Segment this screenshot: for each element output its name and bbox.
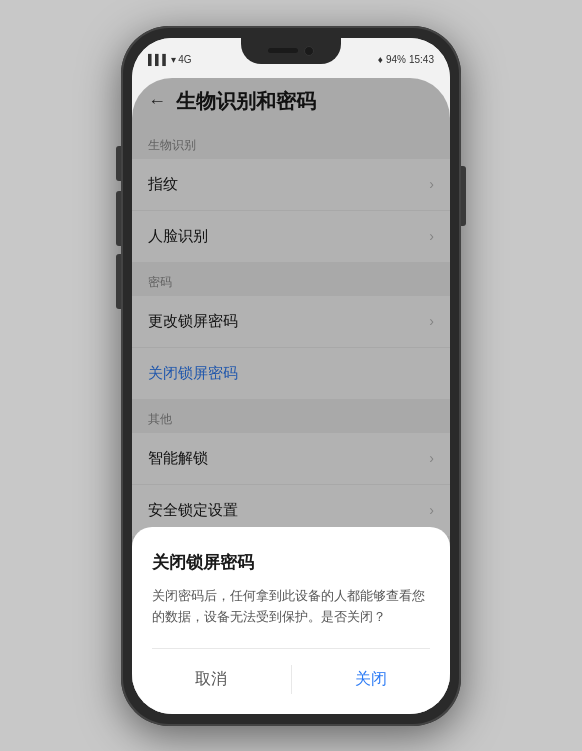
confirm-button[interactable]: 关闭 (312, 665, 431, 694)
dialog-box: 关闭锁屏密码 关闭密码后，任何拿到此设备的人都能够查看您的数据，设备无法受到保护… (132, 527, 450, 714)
status-right: ♦ 94% 15:43 (378, 54, 434, 65)
network-type: 4G (178, 54, 191, 65)
battery-level: 94% (386, 54, 406, 65)
mute-button[interactable] (116, 146, 121, 181)
wifi-icon: ▾ (171, 54, 176, 65)
battery-icon: ♦ (378, 54, 383, 65)
phone-screen: ▌▌▌ ▾ 4G ♦ 94% 15:43 ← 生物识别和密码 生物识别 (132, 38, 450, 714)
button-divider (291, 665, 292, 694)
power-button[interactable] (461, 166, 466, 226)
volume-down-button[interactable] (116, 254, 121, 309)
status-left: ▌▌▌ ▾ 4G (148, 54, 192, 65)
notch (241, 38, 341, 64)
camera (304, 46, 314, 56)
cancel-button[interactable]: 取消 (152, 665, 271, 694)
phone-frame: ▌▌▌ ▾ 4G ♦ 94% 15:43 ← 生物识别和密码 生物识别 (121, 26, 461, 726)
status-bar: ▌▌▌ ▾ 4G ♦ 94% 15:43 (132, 38, 450, 78)
volume-up-button[interactable] (116, 191, 121, 246)
signal-icon: ▌▌▌ (148, 54, 169, 65)
dialog-message: 关闭密码后，任何拿到此设备的人都能够查看您的数据，设备无法受到保护。是否关闭？ (152, 586, 430, 628)
dialog-buttons: 取消 关闭 (152, 648, 430, 694)
screen-content: ← 生物识别和密码 生物识别 指纹 › 人脸识别 › (132, 78, 450, 714)
dialog-overlay: 关闭锁屏密码 关闭密码后，任何拿到此设备的人都能够查看您的数据，设备无法受到保护… (132, 78, 450, 714)
clock: 15:43 (409, 54, 434, 65)
dialog-title: 关闭锁屏密码 (152, 551, 430, 574)
sensor (268, 48, 298, 53)
